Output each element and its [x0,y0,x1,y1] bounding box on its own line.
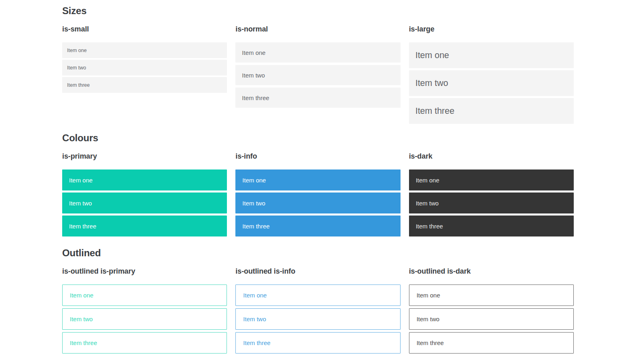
list-item[interactable]: Item one [409,169,574,190]
section-sizes: Sizes is-small Item one Item two Item th… [62,6,574,124]
group-label-is-dark: is-dark [409,152,574,160]
list-item[interactable]: Item one [62,169,227,190]
list-item[interactable]: Item three [62,216,227,236]
outlined-columns: is-outlined is-primary Item one Item two… [62,267,574,354]
list-is-outlined-is-info: Item one Item two Item three [235,285,400,354]
group-label-is-info: is-info [235,152,400,160]
list-item[interactable]: Item three [62,77,227,93]
list-item[interactable]: Item one [409,42,574,68]
group-is-outlined-is-primary: is-outlined is-primary Item one Item two… [62,267,227,354]
group-is-primary: is-primary Item one Item two Item three [62,152,227,236]
list-item[interactable]: Item one [409,285,574,306]
list-item[interactable]: Item one [62,285,227,306]
section-title-outlined: Outlined [62,248,574,258]
group-label-is-outlined-is-dark: is-outlined is-dark [409,267,574,275]
group-label-is-normal: is-normal [235,25,400,33]
list-item[interactable]: Item one [235,42,400,63]
list-is-dark: Item one Item two Item three [409,169,574,236]
list-item[interactable]: Item three [409,332,574,354]
group-label-is-small: is-small [62,25,227,33]
list-item[interactable]: Item three [235,216,400,236]
group-is-normal: is-normal Item one Item two Item three [235,25,400,108]
list-item[interactable]: Item three [409,98,574,124]
group-label-is-outlined-is-info: is-outlined is-info [235,267,400,275]
list-item[interactable]: Item two [235,65,400,85]
section-title-sizes: Sizes [62,6,574,16]
styleguide-content: Sizes is-small Item one Item two Item th… [62,6,574,354]
list-is-small: Item one Item two Item three [62,42,227,93]
section-title-colours: Colours [62,133,574,143]
group-label-is-primary: is-primary [62,152,227,160]
group-is-dark: is-dark Item one Item two Item three [409,152,574,236]
list-item[interactable]: Item two [409,308,574,330]
styleguide-page: Sizes is-small Item one Item two Item th… [0,0,644,362]
section-colours: Colours is-primary Item one Item two Ite… [62,133,574,236]
group-is-large: is-large Item one Item two Item three [409,25,574,124]
list-item[interactable]: Item three [235,88,400,108]
list-item[interactable]: Item two [62,193,227,213]
list-item[interactable]: Item three [235,332,400,354]
list-is-outlined-is-dark: Item one Item two Item three [409,285,574,354]
colours-columns: is-primary Item one Item two Item three … [62,152,574,236]
group-label-is-large: is-large [409,25,574,33]
list-item[interactable]: Item one [235,285,400,306]
list-item[interactable]: Item one [62,42,227,58]
list-is-info: Item one Item two Item three [235,169,400,236]
list-is-large: Item one Item two Item three [409,42,574,124]
list-item[interactable]: Item three [409,216,574,236]
group-is-small: is-small Item one Item two Item three [62,25,227,93]
list-item[interactable]: Item two [235,193,400,213]
list-is-normal: Item one Item two Item three [235,42,400,108]
list-item[interactable]: Item two [62,60,227,75]
sizes-columns: is-small Item one Item two Item three is… [62,25,574,124]
list-is-outlined-is-primary: Item one Item two Item three [62,285,227,354]
group-is-outlined-is-info: is-outlined is-info Item one Item two It… [235,267,400,354]
group-is-info: is-info Item one Item two Item three [235,152,400,236]
section-outlined: Outlined is-outlined is-primary Item one… [62,248,574,354]
list-item[interactable]: Item two [235,308,400,330]
list-item[interactable]: Item two [409,70,574,96]
list-item[interactable]: Item three [62,332,227,354]
list-item[interactable]: Item two [62,308,227,330]
list-is-primary: Item one Item two Item three [62,169,227,236]
group-label-is-outlined-is-primary: is-outlined is-primary [62,267,227,275]
list-item[interactable]: Item one [235,169,400,190]
group-is-outlined-is-dark: is-outlined is-dark Item one Item two It… [409,267,574,354]
list-item[interactable]: Item two [409,193,574,213]
